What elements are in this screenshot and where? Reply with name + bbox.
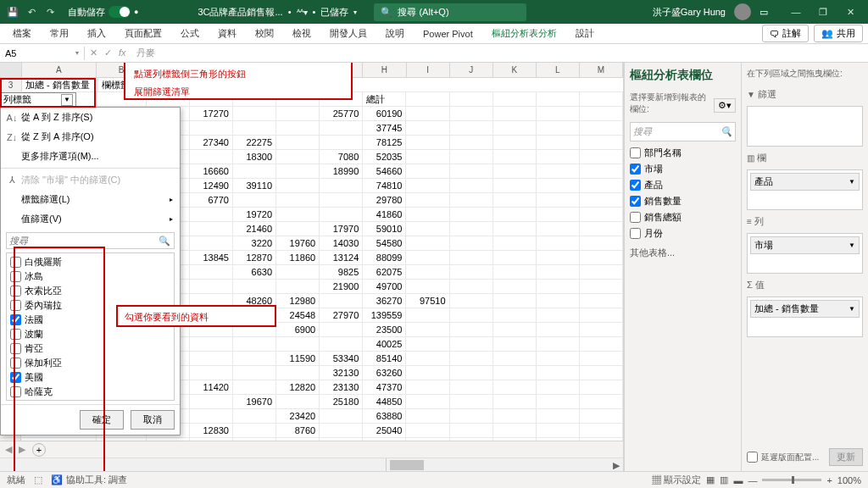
label-filter[interactable]: 標籤篩選(L)▸ <box>1 190 180 209</box>
tab-頁面配置[interactable]: 頁面配置 <box>117 24 170 43</box>
filter-cancel-button[interactable]: 取消 <box>131 410 175 430</box>
tab-資料[interactable]: 資料 <box>210 24 244 43</box>
ribbon-mode-icon[interactable]: ▭ <box>760 7 768 18</box>
restore-icon[interactable]: ❐ <box>810 3 836 20</box>
minimize-icon[interactable]: — <box>783 3 809 20</box>
search-icon: 🔍 <box>381 7 392 18</box>
col-header[interactable]: I <box>407 63 450 77</box>
filter-item[interactable]: 波蘭 <box>8 327 172 341</box>
tab-Power Pivot[interactable]: Power Pivot <box>415 25 481 42</box>
pivot-field[interactable]: 銷售數量 <box>630 193 736 209</box>
tab-公式[interactable]: 公式 <box>173 24 207 43</box>
filter-item[interactable]: 冰島 <box>8 269 172 284</box>
tab-常用[interactable]: 常用 <box>42 24 76 43</box>
gear-icon[interactable]: ⚙▾ <box>714 98 736 113</box>
pivot-field[interactable]: 部門名稱 <box>630 145 736 161</box>
sort-az[interactable]: A↓從 A 到 Z 排序(S) <box>1 108 180 127</box>
tab-設計[interactable]: 設計 <box>568 24 602 43</box>
sheet-nav-prev-icon[interactable]: ◀ <box>5 444 12 455</box>
search-box[interactable]: 🔍 搜尋 (Alt+Q) <box>374 3 526 21</box>
tab-校閱[interactable]: 校閱 <box>248 24 281 43</box>
col-header[interactable]: L <box>537 63 580 77</box>
pivot-field[interactable]: 市場 <box>630 161 736 177</box>
view-layout-icon[interactable]: ▥ <box>720 474 728 485</box>
saved-status: 已儲存 <box>320 6 348 19</box>
annotation-2: 勾選你要看到的資料 <box>116 305 276 327</box>
search-icon: 🔍 <box>155 236 174 247</box>
filter-item[interactable]: 哥倫比亞 <box>8 399 172 401</box>
undo-icon[interactable]: ↶ <box>24 4 39 19</box>
pivot-field[interactable]: 月份 <box>630 225 736 241</box>
zoom-in-icon[interactable]: + <box>826 475 832 485</box>
filter-item[interactable]: 保加利亞 <box>8 356 172 370</box>
accessibility-icon[interactable]: ♿ <box>51 474 63 485</box>
tab-樞紐分析表分析[interactable]: 樞紐分析表分析 <box>484 24 565 43</box>
zoom-value[interactable]: 100% <box>837 475 861 485</box>
horizontal-scrollbar[interactable]: ◀▶ <box>0 458 623 471</box>
sort-za[interactable]: Z↓從 Z 到 A 排序(O) <box>1 127 180 147</box>
status-ready: 就緒 <box>7 474 25 486</box>
defer-layout-checkbox[interactable] <box>747 452 758 463</box>
view-break-icon[interactable]: ▬ <box>733 475 743 485</box>
close-icon[interactable]: ✕ <box>837 3 863 20</box>
accessibility-status[interactable]: 協助工具: 調查 <box>66 474 127 486</box>
rows-area[interactable]: 市場▼ <box>747 233 863 274</box>
filter-item[interactable]: 肯亞 <box>8 341 172 356</box>
new-sheet-icon[interactable]: + <box>32 443 46 457</box>
tab-檢視[interactable]: 檢視 <box>285 24 319 43</box>
filter-item[interactable]: 衣索比亞 <box>8 284 172 298</box>
val-chip[interactable]: 加總 - 銷售數量▼ <box>750 300 860 318</box>
select-all-corner[interactable] <box>0 63 22 77</box>
col-chip[interactable]: 產品▼ <box>750 173 860 191</box>
chevron-down-icon[interactable]: ▼ <box>61 94 73 106</box>
pivot-pane-title: 樞紐分析表欄位 <box>630 68 713 83</box>
annotation-1: 點選列標籤倒三角形的按鈕 展開篩選清單 <box>124 63 353 100</box>
filter-item[interactable]: 白俄羅斯 <box>8 255 172 269</box>
sheet-nav-next-icon[interactable]: ▶ <box>19 444 25 455</box>
pivot-search[interactable]: 搜尋🔍 <box>630 122 736 141</box>
pivot-field[interactable]: 產品 <box>630 177 736 193</box>
filter-item[interactable]: 美國 <box>8 370 172 385</box>
tab-開發人員[interactable]: 開發人員 <box>322 24 375 43</box>
cancel-fx-icon[interactable]: ✕ <box>90 47 97 58</box>
tab-檔案[interactable]: 檔案 <box>5 24 39 43</box>
filter-area[interactable] <box>747 106 863 147</box>
filter-panel: A↓從 A 到 Z 排序(S) Z↓從 Z 到 A 排序(O) 更多排序選項(M… <box>0 107 181 435</box>
filter-ok-button[interactable]: 確定 <box>80 410 124 430</box>
col-header[interactable]: A <box>22 63 97 77</box>
pivot-field[interactable]: 銷售總額 <box>630 209 736 225</box>
name-box[interactable]: A5▾ <box>0 47 85 60</box>
tab-說明[interactable]: 說明 <box>378 24 412 43</box>
filter-search[interactable]: 🔍 <box>6 232 175 249</box>
zoom-slider[interactable] <box>762 479 821 481</box>
redo-icon[interactable]: ↷ <box>42 4 58 19</box>
tab-插入[interactable]: 插入 <box>80 24 114 43</box>
pivot-value-label: 加總 - 銷售數量 <box>22 78 98 92</box>
comments-button[interactable]: 🗨註解 <box>762 25 809 42</box>
search-icon: 🔍 <box>721 126 732 137</box>
col-header[interactable]: M <box>580 63 623 77</box>
col-header[interactable]: J <box>450 63 493 77</box>
fx-icon[interactable]: fx <box>119 47 126 58</box>
other-tables[interactable]: 其他表格... <box>630 247 736 259</box>
enter-fx-icon[interactable]: ✓ <box>104 47 112 58</box>
row-chip[interactable]: 市場▼ <box>750 236 860 254</box>
user-name[interactable]: 洪子盛Gary Hung <box>653 6 726 19</box>
avatar[interactable] <box>734 3 751 20</box>
zoom-out-icon[interactable]: — <box>748 475 757 485</box>
formula-input[interactable]: 丹麥 <box>131 45 868 61</box>
col-header[interactable]: K <box>493 63 537 77</box>
autosave-toggle[interactable] <box>108 6 131 18</box>
view-normal-icon[interactable]: ▦ <box>706 474 715 485</box>
col-header[interactable]: H <box>363 63 406 77</box>
more-sort[interactable]: 更多排序選項(M)... <box>1 147 180 166</box>
value-filter[interactable]: 值篩選(V)▸ <box>1 209 180 229</box>
share-button[interactable]: 👥共用 <box>814 25 863 42</box>
display-settings[interactable]: ▦ 顯示設定 <box>652 474 701 486</box>
filter-item[interactable]: 哈薩克 <box>8 385 172 399</box>
columns-area[interactable]: 產品▼ <box>747 169 863 210</box>
update-button: 更新 <box>829 448 863 466</box>
values-area[interactable]: 加總 - 銷售數量▼ <box>747 297 863 337</box>
row-label-dropdown[interactable]: 列標籤▼ <box>0 92 76 107</box>
save-icon[interactable]: 💾 <box>5 4 20 19</box>
